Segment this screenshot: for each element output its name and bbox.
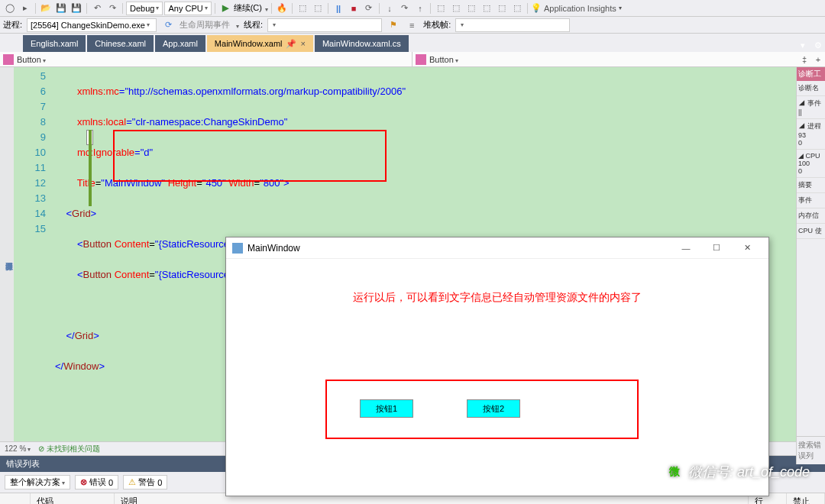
app-button-1[interactable]: 按钮1 bbox=[360, 399, 413, 418]
no-issues-label: 未找到相关问题 bbox=[47, 444, 100, 454]
close-icon[interactable]: × bbox=[301, 39, 306, 48]
change-indicator bbox=[89, 130, 92, 206]
breadcrumb-right-combo[interactable]: Button bbox=[429, 55, 458, 64]
vertical-gutter: 服务器资源管理器 bbox=[0, 67, 14, 441]
plus-icon[interactable]: + bbox=[811, 53, 825, 66]
process-label: 进程: bbox=[3, 19, 22, 31]
diag-title: 诊断工 bbox=[797, 67, 825, 81]
split-icon[interactable]: ‡ bbox=[798, 53, 811, 66]
step-into-icon[interactable]: ↓ bbox=[383, 2, 396, 15]
misc-icon-1[interactable]: ⬚ bbox=[434, 2, 448, 15]
app-icon bbox=[232, 243, 243, 254]
app-window: MainWindow — ☐ ✕ 运行以后，可以看到文字信息已经自动管理资源文件… bbox=[225, 237, 769, 496]
tool-icon-1[interactable]: ⬚ bbox=[296, 2, 309, 15]
process-combo[interactable]: [25564] ChangeSkinDemo.exe bbox=[27, 18, 157, 32]
errors-filter[interactable]: ⊗错误 0 bbox=[75, 475, 118, 489]
misc-icon-6[interactable]: ⬚ bbox=[510, 2, 524, 15]
lifecycle-label: 生命周期事件 bbox=[180, 19, 230, 31]
app-title: MainWindow bbox=[247, 243, 671, 254]
tool-icon-2[interactable]: ⬚ bbox=[311, 2, 325, 15]
pause-icon[interactable]: || bbox=[332, 2, 345, 15]
document-tabs: English.xaml Chinese.xaml App.xaml MainW… bbox=[0, 34, 825, 52]
config-cpu-combo[interactable]: Any CPU bbox=[164, 2, 211, 15]
lifecycle-icon[interactable]: ⟳ bbox=[161, 18, 175, 32]
col-code[interactable]: 代码 bbox=[31, 493, 115, 504]
save-icon[interactable]: 💾 bbox=[54, 2, 68, 15]
tab-mainwindow-xaml[interactable]: MainWindow.xaml 📌 × bbox=[207, 35, 313, 52]
nav-back-icon[interactable]: ◯ bbox=[3, 2, 17, 15]
breadcrumb-left-combo[interactable]: Button bbox=[17, 55, 46, 64]
app-titlebar[interactable]: MainWindow — ☐ ✕ bbox=[226, 237, 768, 259]
misc-icon-5[interactable]: ⬚ bbox=[495, 2, 509, 15]
events-label: 事件 bbox=[797, 193, 825, 208]
continue-icon[interactable]: ▶ bbox=[218, 2, 232, 15]
zoom-level[interactable]: 122 % bbox=[5, 444, 31, 453]
diagnostics-panel: 诊断工 诊断名 ◢ 事件|| ◢ 进程930 ◢ CPU1000 摘要 事件 内… bbox=[796, 67, 825, 441]
misc-icon-3[interactable]: ⬚ bbox=[464, 2, 478, 15]
app-insights-button[interactable]: 💡 Application Insights ▾ bbox=[531, 3, 622, 13]
process-section[interactable]: ◢ 进程930 bbox=[797, 119, 825, 150]
minimize-button[interactable]: — bbox=[671, 244, 701, 253]
maximize-button[interactable]: ☐ bbox=[701, 243, 732, 253]
stackframe-label: 堆栈帧: bbox=[423, 19, 451, 31]
col-suppress[interactable]: 禁止 bbox=[787, 493, 825, 504]
events-section[interactable]: ◢ 事件|| bbox=[797, 96, 825, 119]
debug-toolbar: 进程: [25564] ChangeSkinDemo.exe ⟳ 生命周期事件 … bbox=[0, 17, 825, 34]
mem-label[interactable]: 内存信 bbox=[797, 208, 825, 224]
line-numbers: 567 8910 111213 1415 bbox=[14, 67, 52, 441]
wechat-icon: 微 bbox=[665, 463, 684, 481]
main-toolbar: ◯ ▸ 📂 💾 💾 ↶ ↷ Debug Any CPU ▶ 继续(C) 🔥 ⬚ … bbox=[0, 0, 825, 17]
thread-combo[interactable] bbox=[267, 18, 382, 32]
thread-label: 线程: bbox=[244, 19, 263, 31]
element-icon bbox=[416, 54, 426, 65]
step-over-icon[interactable]: ↷ bbox=[398, 2, 412, 15]
tab-english[interactable]: English.xaml bbox=[23, 35, 86, 52]
undo-icon[interactable]: ↶ bbox=[90, 2, 104, 15]
continue-label[interactable]: 继续(C) bbox=[234, 2, 262, 14]
misc-icon-2[interactable]: ⬚ bbox=[449, 2, 463, 15]
save-all-icon[interactable]: 💾 bbox=[70, 2, 83, 15]
element-icon bbox=[3, 54, 14, 65]
stackframe-combo[interactable] bbox=[455, 18, 570, 32]
cpu-section[interactable]: ◢ CPU1000 bbox=[797, 150, 825, 178]
nav-fwd-icon[interactable]: ▸ bbox=[18, 2, 32, 15]
tab-mainwindow-cs[interactable]: MainWindow.xaml.cs bbox=[315, 35, 409, 52]
tabs-options-icon[interactable]: ⚙ bbox=[811, 38, 825, 52]
summary-label: 摘要 bbox=[797, 178, 825, 193]
restart-icon[interactable]: ⟳ bbox=[362, 2, 376, 15]
pin-icon[interactable]: 📌 bbox=[286, 39, 296, 49]
tab-chinese[interactable]: Chinese.xaml bbox=[87, 35, 154, 52]
watermark: 微 微信号: art_of_code bbox=[665, 463, 810, 481]
thread-icon[interactable]: ≡ bbox=[405, 18, 419, 32]
ok-icon: ⊘ bbox=[38, 444, 44, 453]
close-button[interactable]: ✕ bbox=[732, 243, 762, 253]
app-button-2[interactable]: 按钮2 bbox=[467, 399, 520, 418]
search-error-input[interactable]: 搜索错误列 bbox=[796, 436, 825, 464]
hot-reload-icon[interactable]: 🔥 bbox=[275, 2, 289, 15]
tab-app[interactable]: App.xaml bbox=[155, 35, 205, 52]
tabs-dropdown-icon[interactable]: ▾ bbox=[796, 38, 810, 52]
cpu2-label[interactable]: CPU 使 bbox=[797, 224, 825, 239]
stop-icon[interactable]: ■ bbox=[347, 2, 361, 15]
annotation-text: 运行以后，可以看到文字信息已经自动管理资源文件的内容了 bbox=[226, 291, 768, 305]
redo-icon[interactable]: ↷ bbox=[105, 2, 119, 15]
bulb-icon: 💡 bbox=[531, 3, 542, 13]
misc-icon-4[interactable]: ⬚ bbox=[480, 2, 493, 15]
breadcrumb: Button Button ‡ + bbox=[0, 52, 825, 67]
warnings-filter[interactable]: ⚠警告 0 bbox=[123, 475, 167, 489]
diag-label: 诊断名 bbox=[797, 81, 825, 96]
flag-icon[interactable]: ⚑ bbox=[387, 18, 400, 32]
step-out-icon[interactable]: ↑ bbox=[413, 2, 427, 15]
error-scope-combo[interactable]: 整个解决方案 bbox=[5, 475, 70, 489]
open-icon[interactable]: 📂 bbox=[39, 2, 53, 15]
config-debug-combo[interactable]: Debug bbox=[126, 2, 163, 15]
